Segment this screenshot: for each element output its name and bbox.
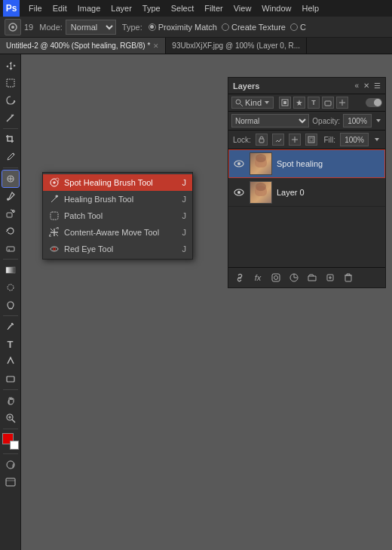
healing-brush-tool-item[interactable]: Healing Brush Tool J xyxy=(43,191,192,207)
filter-pixel-icon[interactable] xyxy=(279,97,291,109)
opacity-input[interactable] xyxy=(343,114,372,128)
tool-preset-picker[interactable] xyxy=(5,19,21,35)
hand-tool[interactable] xyxy=(2,392,19,409)
svg-point-23 xyxy=(56,178,59,181)
dodge-tool[interactable] xyxy=(2,297,19,313)
menu-window[interactable]: Window xyxy=(257,2,296,14)
proximity-match-option[interactable]: Proximity Match xyxy=(149,23,217,32)
add-mask-btn[interactable] xyxy=(269,271,283,284)
tab-untitled2[interactable]: Untitled-2 @ 400% (Spot healing, RGB/8) … xyxy=(0,38,166,54)
healing-brush-label: Healing Brush Tool xyxy=(64,195,133,204)
svg-rect-21 xyxy=(6,478,15,486)
red-eye-tool-item[interactable]: Red Eye Tool J xyxy=(43,241,192,257)
lock-artboard-btn[interactable] xyxy=(305,134,317,146)
marquee-tool[interactable] xyxy=(2,75,19,91)
clone-stamp-tool[interactable] xyxy=(2,205,19,222)
tab-untitled2-label: Untitled-2 @ 400% (Spot healing, RGB/8) … xyxy=(6,41,150,50)
menu-select[interactable]: Select xyxy=(167,2,199,14)
spot-healing-shortcut: J xyxy=(182,178,187,187)
svg-rect-41 xyxy=(272,274,280,281)
proximity-radio[interactable] xyxy=(149,23,156,31)
content-aware-option[interactable]: C xyxy=(290,23,306,32)
lock-pixels-btn[interactable] xyxy=(272,134,284,146)
svg-point-13 xyxy=(11,323,13,324)
tab-untitled2-close[interactable]: ✕ xyxy=(153,42,159,50)
panel-close-btn[interactable]: ✕ xyxy=(363,81,369,90)
svg-point-29 xyxy=(236,100,240,104)
crop-tool[interactable] xyxy=(2,131,19,148)
brush-tool[interactable] xyxy=(2,188,19,204)
mode-select[interactable]: Normal Replace xyxy=(66,20,116,35)
background-color[interactable] xyxy=(10,441,19,450)
delete-layer-btn[interactable] xyxy=(341,271,355,284)
new-layer-btn[interactable] xyxy=(323,271,337,284)
lock-transparency-btn[interactable] xyxy=(256,134,268,146)
blur-tool[interactable] xyxy=(2,279,19,296)
new-fill-adjustment-btn[interactable] xyxy=(287,271,301,284)
text-tool[interactable]: T xyxy=(2,336,19,352)
layer-item-spot-healing[interactable]: Spot healing xyxy=(228,149,385,178)
menu-image[interactable]: Image xyxy=(73,2,106,14)
color-swatches[interactable] xyxy=(2,433,19,450)
layer-eye-spot-healing[interactable] xyxy=(233,158,245,170)
svg-point-11 xyxy=(8,284,14,290)
content-aware-move-tool-item[interactable]: Content-Aware Move Tool J xyxy=(43,224,192,241)
menu-file[interactable]: File xyxy=(24,2,47,14)
healing-brush-tool[interactable] xyxy=(2,171,19,187)
panel-collapse-btn[interactable]: « xyxy=(354,81,359,90)
red-eye-shortcut: J xyxy=(182,244,187,253)
magic-wand-tool[interactable] xyxy=(2,109,19,126)
spot-healing-brush-tool-item[interactable]: Spot Healing Brush Tool J xyxy=(43,174,192,191)
filter-shape-icon[interactable] xyxy=(322,97,334,109)
path-selection-tool[interactable] xyxy=(2,353,19,370)
blend-mode-select[interactable]: Normal Multiply Screen xyxy=(231,114,309,128)
tab-jpg-label: 93UbxlXjXF.jpg @ 100% (Layer 0, R... xyxy=(172,41,300,50)
patch-tool-item[interactable]: Patch Tool J xyxy=(43,207,192,224)
svg-rect-20 xyxy=(11,461,14,469)
blend-opacity-row: Normal Multiply Screen Opacity: xyxy=(228,112,385,131)
eraser-tool[interactable] xyxy=(2,240,19,257)
layer-eye-layer0[interactable] xyxy=(233,186,245,198)
eyedropper-tool[interactable] xyxy=(2,149,19,165)
kind-search-box[interactable]: Kind xyxy=(231,97,274,109)
create-texture-option[interactable]: Create Texture xyxy=(222,23,286,32)
menu-help[interactable]: Help xyxy=(297,2,323,14)
fx-btn[interactable]: fx xyxy=(251,271,265,284)
menu-view[interactable]: View xyxy=(229,2,256,14)
main-area: T xyxy=(0,54,392,550)
quick-mask-tool[interactable] xyxy=(2,456,19,473)
move-tool[interactable] xyxy=(2,57,19,74)
create-texture-radio[interactable] xyxy=(222,23,229,31)
menu-edit[interactable]: Edit xyxy=(48,2,72,14)
type-radio-group: Proximity Match Create Texture C xyxy=(149,23,306,32)
filter-type-icon[interactable]: T xyxy=(308,97,320,109)
menu-filter[interactable]: Filter xyxy=(200,2,227,14)
link-layers-btn[interactable] xyxy=(233,271,247,284)
layers-list: Spot healing Layer 0 xyxy=(228,149,385,267)
history-brush-tool[interactable] xyxy=(2,223,19,239)
lasso-tool[interactable] xyxy=(2,92,19,109)
svg-rect-36 xyxy=(310,138,313,141)
group-layers-btn[interactable] xyxy=(305,271,319,284)
fill-arrow-icon xyxy=(373,136,381,143)
menu-type[interactable]: Type xyxy=(138,2,165,14)
gradient-tool[interactable] xyxy=(2,262,19,278)
content-aware-radio[interactable] xyxy=(290,23,298,31)
filter-smart-icon[interactable] xyxy=(336,97,348,109)
screen-mode-tool[interactable] xyxy=(2,474,19,490)
lock-position-btn[interactable] xyxy=(289,134,301,146)
shape-tool[interactable] xyxy=(2,370,19,387)
filter-toggle[interactable] xyxy=(366,98,382,107)
fill-input[interactable] xyxy=(340,133,369,146)
menu-layer[interactable]: Layer xyxy=(106,2,136,14)
svg-line-16 xyxy=(12,419,15,422)
left-toolbar: T xyxy=(0,54,21,550)
pen-tool[interactable] xyxy=(2,318,19,335)
content-aware-label: C xyxy=(300,23,306,32)
tab-jpg[interactable]: 93UbxlXjXF.jpg @ 100% (Layer 0, R... xyxy=(166,38,307,54)
layer-item-layer0[interactable]: Layer 0 xyxy=(228,178,385,207)
panel-menu-btn[interactable]: ☰ xyxy=(374,81,381,90)
zoom-tool[interactable] xyxy=(2,410,19,426)
filter-adjustment-icon[interactable] xyxy=(293,97,305,109)
svg-point-1 xyxy=(11,26,14,29)
